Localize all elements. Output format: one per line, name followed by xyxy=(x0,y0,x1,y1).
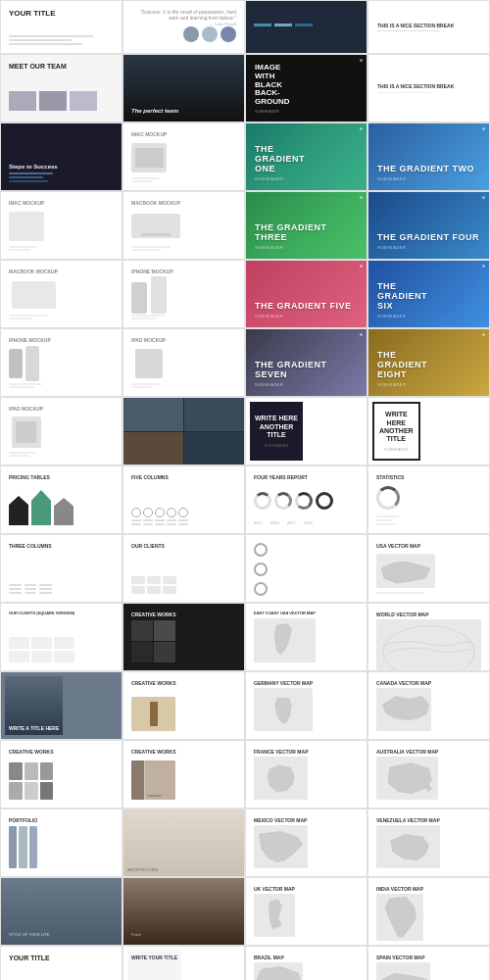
image-black-title: IMAGEWITHBLACKBACK-GROUND xyxy=(255,64,290,107)
write-here-1-sub: SUBHEADER xyxy=(265,443,289,448)
iphone2-label: IPHONE MOCKUP xyxy=(9,337,51,343)
clients-square-slide: OUR CLIENTS (SQUARE VERSION) xyxy=(0,603,122,671)
three-cols-label: THREE COLUMNS xyxy=(9,543,52,549)
photo-bottom-1-slide: Style Of Your Life xyxy=(0,877,122,946)
germany-map-slide: GERMANY VECTOR MAP xyxy=(245,671,368,740)
spain-label: SPAIN VECTOR MAP xyxy=(376,955,430,960)
nice-section-slide: THIS IS A NICE SECTION BREAK xyxy=(368,0,490,54)
gradient-two-sub: SUBHEADER xyxy=(377,176,474,181)
steps-success-slide: Steps to Success xyxy=(0,122,122,191)
gradient-one-sub: SUBHEADER xyxy=(255,176,305,181)
perfect-team-slide: The perfect team xyxy=(122,54,245,122)
ipad-label: IPAD MOCKUP xyxy=(131,337,166,343)
uk-label: UK VECTOR MAP xyxy=(254,886,295,892)
meet-our-team-slide: MEET OUR TEAM xyxy=(0,54,122,122)
gradient-five-sub: SUBHEADER xyxy=(255,314,352,318)
gradient-six-title: THEGRADIENTSIX xyxy=(377,282,427,312)
usa-map-label: USA VECTOR MAP xyxy=(376,543,435,549)
portfolio-label: PORTFOLIO xyxy=(9,817,37,823)
india-map-slide: INDIA VECTOR MAP xyxy=(368,877,490,946)
section-break-2-title: THIS IS A NICE SECTION BREAK xyxy=(377,83,454,90)
iphone-label: IPHONE MOCKUP xyxy=(131,269,173,274)
main-grid: YOUR TITLE "Success. It is the result of… xyxy=(0,0,490,980)
gradient-three-title: THE GRADIENT THREE xyxy=(255,223,358,243)
macbook-mockup-2-slide: MACBOOK MOCKUP xyxy=(0,260,122,328)
uk-map-slide: UK VECTOR MAP xyxy=(245,877,368,946)
intro-slide: "Success. It is the result of preparatio… xyxy=(122,0,245,54)
imac-mockup-2-slide: IMAC MOCKUP xyxy=(0,191,122,260)
write-here-dark-slide: WRITE HEREANOTHERTITLE SUBHEADER xyxy=(245,397,368,466)
arch-slide: Architecture xyxy=(122,808,245,877)
section-break-2: THIS IS A NICE SECTION BREAK xyxy=(368,54,490,122)
macbook-mockup-slide: MACBOOK MOCKUP xyxy=(122,191,245,260)
city-title-label: WRITE A TITLE HERE xyxy=(9,725,59,731)
ipad-mockup-2-slide: IPAD MOCKUP xyxy=(0,397,122,466)
your-title-slide: YOUR TITLE xyxy=(0,0,122,54)
creative-works-2-slide: CREATIVE WORKS xyxy=(122,671,245,740)
gradient-six-sub: SUBHEADER xyxy=(377,314,427,318)
your-title-bottom-slide: YOUR TITLE xyxy=(0,946,122,980)
gradient-eight-slide: THEGRADIENTEIGHT SUBHEADER xyxy=(368,328,490,397)
creative-4-label: CREATIVE WORKS xyxy=(131,749,175,755)
your-title-bottom-label: YOUR TITLE xyxy=(9,955,50,961)
image-black-sub: SUBHEADER xyxy=(255,109,290,114)
gradient-three-sub: SUBHEADER xyxy=(255,245,358,250)
clients-label: OUR CLIENTS xyxy=(131,543,176,549)
brazil-label: BRAZIL MAP xyxy=(254,955,303,960)
east-coast-map-slide: EAST COAST USA VECTOR MAP xyxy=(245,603,368,671)
canada-label: CANADA VECTOR MAP xyxy=(376,680,431,686)
france-map-slide: FRANCE VECTOR MAP xyxy=(245,740,368,808)
write-title-slide: WRITE YOUR TITLE xyxy=(122,946,245,980)
five-columns-slide: FIVE COLUMNS xyxy=(122,466,245,534)
circle-charts-slide xyxy=(245,534,368,603)
person-slide: Portrait xyxy=(122,877,245,946)
ipad2-label: IPAD MOCKUP xyxy=(9,406,43,412)
gradient-two-slide: THE GRADIENT TWO SUBHEADER xyxy=(368,122,490,191)
france-label: FRANCE VECTOR MAP xyxy=(254,749,308,755)
gradient-seven-sub: SUBHEADER xyxy=(255,382,358,387)
write-here-2-title: WRITEHEREANOTHERTITLE xyxy=(379,411,414,444)
statistics-slide: STATISTICS xyxy=(368,466,490,534)
person-text: Portrait xyxy=(131,933,141,937)
image-black-bg-slide: IMAGEWITHBLACKBACK-GROUND SUBHEADER xyxy=(245,54,368,122)
macbook2-label: MACBOOK MOCKUP xyxy=(9,269,58,274)
write-here-outline-slide: WRITEHEREANOTHERTITLE SUBHEADER xyxy=(368,397,490,466)
creative-2-label: CREATIVE WORKS xyxy=(131,680,175,686)
statistics-label: STATISTICS xyxy=(376,474,404,480)
creative-1-label: CREATIVE WORKS xyxy=(131,612,175,617)
australia-label: AUSTRALIA VECTOR MAP xyxy=(376,749,438,755)
write-here-1-title: WRITE HEREANOTHERTITLE xyxy=(255,415,298,439)
arch-label: Architecture xyxy=(127,867,158,872)
write-here-2-sub: SUBHEADER xyxy=(384,447,409,452)
world-map-label: WORLD VECTOR MAP xyxy=(376,612,481,617)
slide-title: YOUR TITLE xyxy=(9,9,114,18)
venezuela-label: VENEZUELA VECTOR MAP xyxy=(376,817,440,823)
write-title-label: WRITE YOUR TITLE xyxy=(131,955,177,960)
quote-text: "Success. It is the result of preparatio… xyxy=(131,9,236,21)
gradient-eight-sub: SUBHEADER xyxy=(377,382,427,387)
three-columns-slide: THREE COLUMNS xyxy=(0,534,122,603)
gradient-five-title: THE GRADIENT FIVE xyxy=(255,302,352,312)
spain-map-slide: SPAIN VECTOR MAP xyxy=(368,946,490,980)
east-coast-label: EAST COAST USA VECTOR MAP xyxy=(254,612,316,616)
gradient-six-slide: THEGRADIENTSIX SUBHEADER xyxy=(368,260,490,328)
gradient-seven-slide: THE GRADIENT SEVEN SUBHEADER xyxy=(245,328,368,397)
venezuela-map-slide: VENEZUELA VECTOR MAP xyxy=(368,808,490,877)
steps-title: Steps to Success xyxy=(9,164,58,170)
gradient-two-title: THE GRADIENT TWO xyxy=(377,165,474,174)
ipad-mockup-slide: IPAD MOCKUP xyxy=(122,328,245,397)
perfect-team-label: The perfect team xyxy=(131,108,178,114)
four-years-label: FOUR YEARS REPORT xyxy=(254,474,333,480)
gradient-four-title: THE GRADIENT FOUR xyxy=(377,233,479,243)
imac2-label: IMAC MOCKUP xyxy=(9,200,44,206)
canada-map-slide: CANADA VECTOR MAP xyxy=(368,671,490,740)
svg-point-0 xyxy=(383,626,475,671)
city-title-slide: WRITE A TITLE HERE xyxy=(0,671,122,740)
creative-works-4-slide: CREATIVE WORKS workspace xyxy=(122,740,245,808)
five-cols-label: FIVE COLUMNS xyxy=(131,474,188,480)
portfolio-slide: PORTFOLIO xyxy=(0,808,122,877)
australia-map-slide: AUSTRALIA VECTOR MAP xyxy=(368,740,490,808)
iphone-mockup-2-slide: IPHONE MOCKUP xyxy=(0,328,122,397)
gradient-four-slide: THE GRADIENT FOUR SUBHEADER xyxy=(368,191,490,260)
mexico-label: MEXICO VECTOR MAP xyxy=(254,817,308,823)
